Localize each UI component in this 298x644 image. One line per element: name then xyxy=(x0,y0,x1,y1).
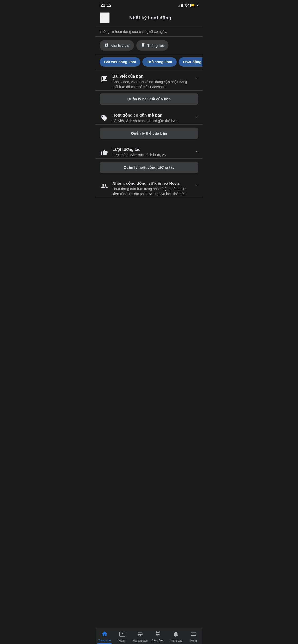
interactions-title: Lượt tương tác xyxy=(112,147,192,152)
menu-label: Menu xyxy=(190,639,197,642)
nav-item-marketplace[interactable]: Marketplace xyxy=(131,628,149,644)
bottom-nav: Trang chủ Watch Marketplace Bảng feed xyxy=(96,628,202,644)
feed-label: Bảng feed xyxy=(152,639,164,642)
watch-icon xyxy=(119,631,126,638)
posts-icon xyxy=(100,74,109,84)
home-label: Trang chủ xyxy=(98,639,111,642)
section-interactions: Lượt tương tác Lượt thích, cảm xúc, bình… xyxy=(96,143,202,159)
nav-item-home[interactable]: Trang chủ xyxy=(96,628,113,644)
page-title: Nhật ký hoạt động xyxy=(109,15,191,20)
tag-icon xyxy=(100,113,109,123)
marketplace-label: Marketplace xyxy=(133,639,147,642)
interactions-chevron[interactable]: ⌄ xyxy=(192,147,198,153)
watch-label: Watch xyxy=(118,639,126,642)
bell-icon xyxy=(173,631,179,638)
wifi-icon xyxy=(185,4,189,8)
tags-chevron[interactable]: ⌄ xyxy=(192,113,198,118)
archive-label: Kho lưu trữ xyxy=(110,43,129,48)
interactions-desc: Lượt thích, cảm xúc, bình luận, v.v. xyxy=(112,153,192,158)
subtitle-bar: Thông tin hoạt động của chúng tôi 30 ngà… xyxy=(96,27,202,37)
groups-chevron[interactable]: ⌄ xyxy=(192,181,198,187)
filter-tab-public-tags[interactable]: Thẻ công khai xyxy=(142,57,177,67)
filter-tab-activity[interactable]: Hoạt động trê... xyxy=(179,57,202,67)
groups-title: Nhóm, cộng đồng, sự kiện và Reels xyxy=(112,181,192,186)
status-icons xyxy=(178,4,197,8)
home-icon xyxy=(101,630,108,638)
nav-item-menu[interactable]: Menu xyxy=(185,628,202,644)
menu-icon xyxy=(190,631,197,638)
signal-icon xyxy=(178,4,183,7)
marketplace-icon xyxy=(137,631,143,638)
groups-desc: Hoạt động của bạn trong nhóm/cộng đồng, … xyxy=(112,187,192,196)
filter-tab-public-posts[interactable]: Bài viết công khai xyxy=(100,57,140,67)
manage-interactions-button[interactable]: Quản lý hoạt động tương tác xyxy=(100,162,198,173)
trash-icon xyxy=(141,43,145,48)
nav-item-notifications[interactable]: Thông báo xyxy=(167,628,185,644)
action-buttons-row: Kho lưu trữ Thùng rác xyxy=(96,37,202,54)
filter-tabs: Bài viết công khai Thẻ công khai Hoạt độ… xyxy=(96,54,202,70)
header: Nhật ký hoạt động xyxy=(96,10,202,27)
nav-item-watch[interactable]: Watch xyxy=(113,628,131,644)
nav-item-feed[interactable]: Bảng feed xyxy=(149,628,167,644)
like-icon xyxy=(100,148,109,157)
tags-title: Hoạt động có gắn thẻ bạn xyxy=(112,113,192,118)
manage-posts-button[interactable]: Quản lý bài viết của bạn xyxy=(100,94,198,105)
manage-tags-button[interactable]: Quản lý thẻ của bạn xyxy=(100,128,198,139)
section-posts: Bài viết của bạn Ảnh, video, văn bản và … xyxy=(96,70,202,90)
posts-chevron[interactable]: ⌄ xyxy=(192,74,198,80)
archive-icon xyxy=(104,43,108,48)
svg-point-0 xyxy=(186,6,187,7)
trash-label: Thùng rác xyxy=(147,44,164,48)
posts-title: Bài viết của bạn xyxy=(112,74,192,78)
status-bar: 22:12 xyxy=(96,0,202,10)
posts-desc: Ảnh, video, văn bản và nội dung cập nhật… xyxy=(112,80,192,89)
notifications-label: Thông báo xyxy=(169,639,182,642)
groups-icon xyxy=(100,182,109,191)
archive-button[interactable]: Kho lưu trữ xyxy=(100,40,134,50)
tags-desc: Bài viết, ảnh và bình luận có gắn thẻ bạ… xyxy=(112,118,192,124)
status-time: 22:12 xyxy=(101,3,111,8)
subtitle-text: Thông tin hoạt động của chúng tôi 30 ngà… xyxy=(100,30,167,34)
trash-button[interactable]: Thùng rác xyxy=(136,40,169,50)
back-button[interactable] xyxy=(100,12,109,23)
section-groups: Nhóm, cộng đồng, sự kiện và Reels Hoạt đ… xyxy=(96,177,202,198)
feed-icon xyxy=(155,630,161,638)
section-tags: Hoạt động có gắn thẻ bạn Bài viết, ảnh v… xyxy=(96,109,202,125)
battery-icon xyxy=(191,4,197,7)
